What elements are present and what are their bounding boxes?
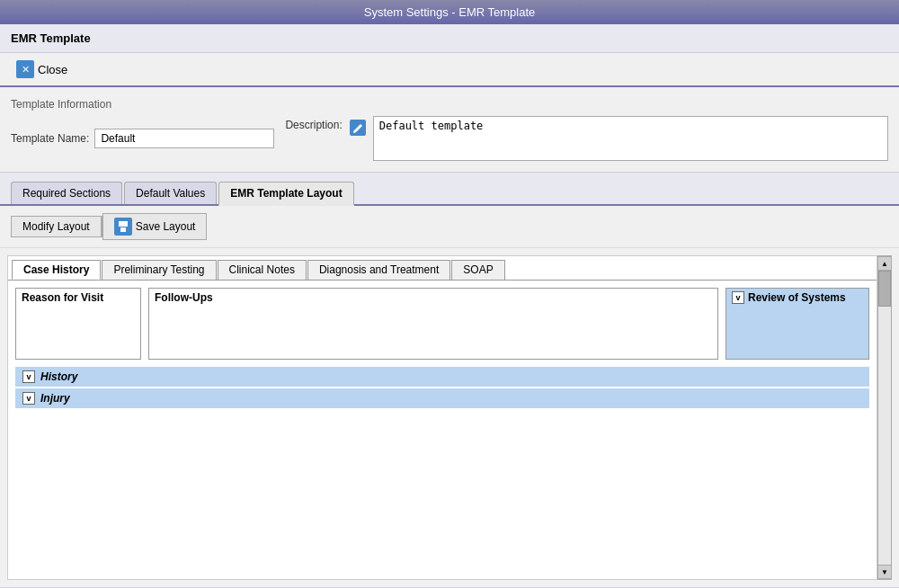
scroll-up-button[interactable]: ▲ [877, 256, 892, 271]
history-label: History [40, 370, 77, 383]
section-bar-injury: v Injury [15, 388, 869, 408]
modify-layout-button[interactable]: Modify Layout [11, 216, 102, 237]
save-icon [114, 218, 132, 236]
layout-content-wrapper: Case History Preliminary Testing Clinica… [0, 248, 899, 587]
scroll-down-button[interactable]: ▼ [877, 565, 892, 579]
inner-tab-clinical-notes[interactable]: Clinical Notes [218, 260, 307, 280]
form-area: Template Information Template Name: Desc… [0, 87, 899, 173]
svg-rect-2 [119, 221, 128, 227]
section-bar-history: v History [15, 367, 869, 387]
close-icon: ✕ [16, 60, 34, 78]
inner-tab-diagnosis-treatment[interactable]: Diagnosis and Treatment [307, 260, 450, 280]
sub-toolbar: Modify Layout Save Layout [0, 206, 899, 248]
modify-layout-label: Modify Layout [22, 220, 90, 233]
name-label: Template Name: [11, 132, 89, 145]
cell-review-of-systems: v Review of Systems [725, 288, 869, 360]
main-scrollbar: ▲ ▼ [877, 255, 892, 580]
cell-reason-for-visit: Reason for Visit [15, 288, 141, 360]
inner-tab-case-history[interactable]: Case History [12, 260, 101, 280]
scroll-track[interactable] [878, 271, 891, 565]
template-name-input[interactable] [94, 129, 274, 148]
title-text: System Settings - EMR Template [364, 5, 536, 19]
tab-emr-template-layout[interactable]: EMR Template Layout [218, 182, 353, 206]
name-group: Template Name: [11, 129, 274, 148]
close-button[interactable]: ✕ Close [11, 58, 73, 80]
expand-injury-icon[interactable]: v [22, 392, 35, 405]
cell-follow-ups: Follow-Ups [148, 288, 718, 360]
title-bar: System Settings - EMR Template [0, 0, 899, 24]
svg-rect-3 [120, 227, 126, 232]
inner-tab-preliminary-testing[interactable]: Preliminary Testing [102, 260, 216, 280]
inner-tab-soap[interactable]: SOAP [451, 260, 504, 280]
tab-default-values[interactable]: Default Values [124, 182, 217, 204]
expand-history-icon[interactable]: v [22, 370, 35, 383]
layout-row-1: Reason for Visit Follow-Ups v Review of … [15, 288, 869, 360]
save-layout-button[interactable]: Save Layout [102, 213, 208, 240]
content-area: Modify Layout Save Layout [0, 206, 899, 587]
form-section-label: Template Information [11, 98, 888, 111]
save-layout-label: Save Layout [136, 220, 196, 233]
scroll-thumb[interactable] [878, 271, 891, 307]
window-header: EMR Template [0, 24, 899, 53]
close-label: Close [38, 63, 67, 76]
floppy-disk-icon [117, 220, 129, 233]
layout-content: Reason for Visit Follow-Ups v Review of … [8, 281, 877, 550]
expand-review-icon[interactable]: v [732, 291, 744, 304]
desc-label: Description: [285, 116, 342, 131]
desc-input[interactable]: Default template [373, 116, 888, 161]
injury-label: Injury [40, 392, 70, 405]
scroll-content: Case History Preliminary Testing Clinica… [7, 255, 877, 580]
form-row: Template Name: Description: Default temp… [11, 116, 888, 161]
tab-required-sections[interactable]: Required Sections [11, 182, 122, 204]
toolbar: ✕ Close [0, 53, 899, 87]
edit-desc-button[interactable] [348, 118, 368, 138]
pencil-icon [350, 120, 366, 136]
desc-group: Description: Default template [285, 116, 888, 161]
main-window: EMR Template ✕ Close Template Informatio… [0, 24, 899, 587]
window-header-label: EMR Template [11, 31, 91, 45]
main-tabs: Required Sections Default Values EMR Tem… [0, 173, 899, 206]
inner-tabs: Case History Preliminary Testing Clinica… [8, 256, 877, 281]
